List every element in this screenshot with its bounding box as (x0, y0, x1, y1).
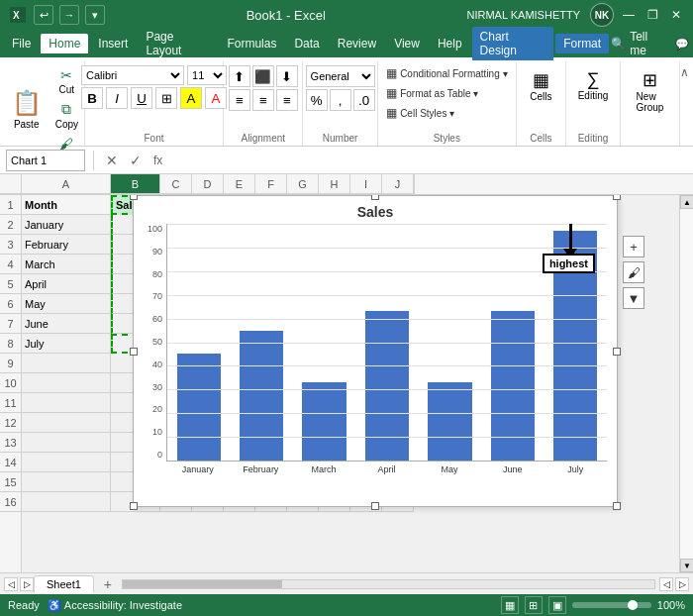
col-header-c[interactable]: C (160, 174, 192, 194)
row-header-16[interactable]: 16 (0, 492, 21, 512)
menu-format[interactable]: Format (555, 34, 609, 53)
accessibility-status[interactable]: ♿ Accessibility: Investigate (48, 599, 182, 612)
bold-button[interactable]: B (81, 87, 103, 109)
undo-button[interactable]: ↩ (34, 5, 53, 25)
tell-me-label[interactable]: Tell me (630, 30, 663, 57)
handle-bl[interactable] (130, 502, 138, 510)
col-header-b[interactable]: B (111, 174, 160, 194)
cell-a15[interactable] (22, 472, 111, 492)
col-header-d[interactable]: D (192, 174, 224, 194)
row-header-14[interactable]: 14 (0, 453, 21, 472)
col-header-j[interactable]: J (382, 174, 414, 194)
increase-decimal-button[interactable]: .0 (353, 89, 375, 111)
handle-mr[interactable] (613, 348, 621, 356)
vertical-scrollbar[interactable]: ▲ ▼ (679, 195, 693, 572)
minimize-button[interactable]: — (620, 6, 638, 24)
percent-button[interactable]: % (306, 89, 328, 111)
col-header-h[interactable]: H (319, 174, 350, 194)
align-top-button[interactable]: ⬆ (229, 65, 250, 87)
cell-a6[interactable]: May (22, 294, 111, 314)
row-header-4[interactable]: 4 (0, 255, 21, 274)
cell-a10[interactable] (22, 373, 111, 393)
comma-button[interactable]: , (330, 89, 351, 111)
zoom-thumb[interactable] (628, 600, 638, 610)
comments-icon[interactable]: 💬 (675, 38, 689, 51)
menu-insert[interactable]: Insert (90, 34, 136, 53)
cell-a16[interactable] (22, 492, 111, 512)
align-bot-button[interactable]: ⬇ (276, 65, 298, 87)
italic-button[interactable]: I (106, 87, 128, 109)
row-header-6[interactable]: 6 (0, 294, 21, 314)
align-mid-button[interactable]: ⬛ (252, 65, 274, 87)
cut-button[interactable]: ✂ Cut (51, 65, 82, 97)
cell-a1[interactable]: Month (22, 195, 111, 215)
scroll-left-button[interactable]: ◁ (659, 577, 673, 591)
font-size-select[interactable]: 11 (187, 65, 227, 85)
menu-home[interactable]: Home (41, 34, 88, 53)
font-family-select[interactable]: Calibri (81, 65, 184, 85)
col-header-i[interactable]: I (350, 174, 382, 194)
format-as-table-button[interactable]: ▦ Format as Table ▾ (383, 85, 481, 101)
insert-function-btn[interactable]: fx (149, 152, 166, 169)
chart-styles-button[interactable]: 🖌 (623, 261, 644, 283)
chart-container[interactable]: Sales 100 90 80 70 60 50 40 30 20 10 (133, 195, 618, 507)
align-center-button[interactable]: ≡ (252, 89, 274, 111)
underline-button[interactable]: U (131, 87, 152, 109)
handle-tr[interactable] (613, 195, 621, 200)
menu-formulas[interactable]: Formulas (219, 34, 284, 53)
row-header-12[interactable]: 12 (0, 413, 21, 433)
zoom-slider[interactable] (572, 602, 651, 608)
restore-button[interactable]: ❐ (644, 6, 661, 24)
col-header-f[interactable]: F (255, 174, 287, 194)
row-header-7[interactable]: 7 (0, 314, 21, 334)
cell-a9[interactable] (22, 354, 111, 373)
row-header-1[interactable]: 1 (0, 195, 21, 215)
cell-a12[interactable] (22, 413, 111, 433)
handle-tc[interactable] (371, 195, 379, 200)
scroll-track-v[interactable] (680, 209, 693, 559)
menu-data[interactable]: Data (286, 34, 327, 53)
scroll-right-button[interactable]: ▷ (675, 577, 689, 591)
cancel-formula-btn[interactable]: ✕ (102, 151, 122, 170)
row-header-10[interactable]: 10 (0, 373, 21, 393)
sheet-scroll-left[interactable]: ◁ (4, 577, 18, 591)
name-box-input[interactable] (6, 150, 85, 171)
row-header-13[interactable]: 13 (0, 433, 21, 453)
cell-a4[interactable]: March (22, 255, 111, 274)
menu-file[interactable]: File (4, 34, 39, 53)
scroll-up-button[interactable]: ▲ (680, 195, 693, 209)
chart-filter-button[interactable]: ▼ (623, 287, 644, 309)
enter-formula-btn[interactable]: ✓ (126, 151, 146, 170)
horizontal-scroll-track[interactable] (122, 579, 655, 589)
align-right-button[interactable]: ≡ (276, 89, 298, 111)
cell-a7[interactable]: June (22, 314, 111, 334)
paste-button[interactable]: 📋 Paste (6, 85, 48, 134)
col-header-a[interactable]: A (22, 174, 111, 194)
number-format-select[interactable]: General (306, 65, 375, 87)
row-header-2[interactable]: 2 (0, 215, 21, 235)
menu-chartdesign[interactable]: Chart Design (472, 27, 554, 60)
redo-button[interactable]: → (59, 5, 79, 25)
cell-a14[interactable] (22, 453, 111, 472)
copy-button[interactable]: ⧉ Copy (51, 99, 82, 132)
page-break-view-button[interactable]: ▣ (548, 596, 566, 614)
quick-access-more[interactable]: ▾ (85, 5, 105, 25)
handle-bc[interactable] (371, 502, 379, 510)
formula-input[interactable] (170, 150, 687, 171)
col-header-g[interactable]: G (287, 174, 319, 194)
new-group-button[interactable]: ⊞ NewGroup (631, 65, 670, 117)
col-header-e[interactable]: E (224, 174, 255, 194)
menu-pagelayout[interactable]: Page Layout (138, 27, 217, 60)
align-left-button[interactable]: ≡ (229, 89, 250, 111)
page-layout-view-button[interactable]: ⊞ (525, 596, 543, 614)
row-header-5[interactable]: 5 (0, 274, 21, 294)
menu-review[interactable]: Review (330, 34, 384, 53)
horizontal-scroll-thumb[interactable] (123, 580, 282, 588)
handle-br[interactable] (613, 502, 621, 510)
row-header-8[interactable]: 8 (0, 334, 21, 354)
row-header-3[interactable]: 3 (0, 235, 21, 255)
ribbon-expand-icon[interactable]: ∧ (680, 65, 689, 79)
editing-button[interactable]: ∑ Editing (573, 65, 613, 105)
sheet-tab-sheet1[interactable]: Sheet1 (34, 575, 94, 593)
cell-a11[interactable] (22, 393, 111, 413)
